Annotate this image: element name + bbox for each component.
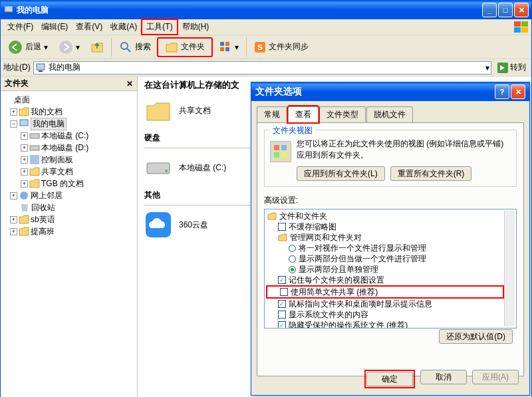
folder-icon: [267, 211, 277, 221]
svg-rect-19: [20, 120, 28, 126]
collapse-icon[interactable]: −: [10, 120, 17, 128]
svg-rect-11: [225, 42, 229, 46]
menubar: 文件(F) 编辑(E) 查看(V) 收藏(A) 工具(T) 帮助(H): [1, 19, 531, 35]
documents-icon: [19, 106, 29, 117]
network-icon: [19, 190, 29, 201]
checkbox[interactable]: [278, 223, 286, 231]
folders-label: 文件夹: [181, 41, 205, 53]
up-folder-icon: [90, 41, 104, 54]
go-button[interactable]: 转到: [494, 62, 529, 74]
expand-icon[interactable]: +: [10, 228, 17, 235]
folder-icon: [19, 226, 29, 237]
ok-button[interactable]: 确定: [366, 372, 413, 386]
view-description: 您可以将正在为此文件夹使用的视图 (例如详细信息或平铺) 应用到所有文件夹。: [297, 138, 511, 161]
tab-filetypes[interactable]: 文件类型: [319, 106, 366, 122]
menu-fav[interactable]: 收藏(A): [106, 20, 141, 34]
up-button[interactable]: [86, 37, 108, 57]
radio[interactable]: [289, 245, 296, 252]
tab-offline[interactable]: 脱机文件: [366, 106, 413, 122]
svg-point-23: [20, 192, 28, 199]
folder-open-icon: [165, 41, 178, 54]
svg-rect-29: [281, 145, 287, 150]
chevron-down-icon: ▾: [76, 43, 80, 52]
drive-icon: [29, 130, 40, 141]
scrollbar[interactable]: [504, 211, 515, 327]
svg-point-8: [121, 43, 128, 49]
item-label: 本地磁盘 (C:): [179, 162, 226, 174]
svg-line-9: [127, 49, 130, 52]
tab-view[interactable]: 查看: [288, 106, 319, 122]
menu-edit[interactable]: 编辑(E): [37, 20, 72, 34]
svg-rect-13: [225, 47, 229, 51]
menu-tools[interactable]: 工具(T): [141, 19, 178, 35]
sync-button[interactable]: S 文件夹同步: [249, 37, 313, 57]
close-button[interactable]: ✕: [511, 84, 525, 99]
menu-view[interactable]: 查看(V): [72, 20, 106, 34]
checkbox[interactable]: ✓: [278, 276, 286, 284]
chevron-down-icon: ▾: [235, 43, 239, 52]
checkbox[interactable]: ✓: [278, 321, 286, 329]
cloud-icon: [144, 211, 172, 239]
close-panel-button[interactable]: ✕: [126, 79, 133, 88]
svg-point-25: [165, 170, 168, 172]
search-icon: [119, 41, 132, 54]
address-label: 地址(D): [3, 62, 31, 73]
svg-rect-4: [514, 27, 521, 33]
svg-rect-16: [37, 64, 45, 70]
chevron-down-icon[interactable]: ▾: [485, 63, 489, 72]
sync-label: 文件夹同步: [269, 41, 309, 53]
titlebar[interactable]: 我的电脑 _ □ ✕: [1, 1, 531, 19]
radio[interactable]: [289, 266, 296, 273]
apply-button[interactable]: 应用(A): [472, 370, 519, 384]
checkbox[interactable]: [278, 311, 286, 319]
folder-icon: [29, 178, 40, 189]
menu-file[interactable]: 文件(F): [3, 20, 37, 34]
views-button[interactable]: ▾: [214, 37, 243, 57]
computer-icon: [19, 118, 29, 129]
restore-defaults-button[interactable]: 还原为默认值(D): [439, 329, 513, 344]
chevron-down-icon: ▾: [44, 43, 48, 52]
views-icon: [219, 41, 232, 54]
svg-rect-1: [7, 13, 11, 14]
minimize-button[interactable]: _: [482, 3, 497, 17]
advanced-settings-tree[interactable]: 文件和文件夹 不缓存缩略图 管理网页和文件夹对 将一对视作一个文件进行显示和管理…: [264, 209, 517, 329]
close-button[interactable]: ✕: [514, 3, 529, 17]
menu-help[interactable]: 帮助(H): [178, 20, 213, 34]
svg-rect-21: [30, 146, 39, 150]
expand-icon[interactable]: +: [21, 144, 28, 152]
search-toolbar-button[interactable]: 搜索: [114, 37, 156, 57]
checkbox-simple-share[interactable]: [280, 288, 288, 296]
expand-icon[interactable]: +: [10, 216, 17, 223]
tab-general[interactable]: 常规: [257, 106, 287, 122]
back-label: 后退: [25, 41, 41, 53]
address-bar: 地址(D) ▾ 转到: [1, 59, 531, 76]
expand-icon[interactable]: +: [10, 192, 17, 199]
forward-button[interactable]: ▾: [54, 37, 84, 57]
address-input[interactable]: [49, 63, 483, 72]
go-label: 转到: [510, 62, 526, 73]
tab-panel-view: 文件夹视图 您可以将正在为此文件夹使用的视图 (例如详细信息或平铺) 应用到所有…: [257, 122, 524, 376]
reset-all-button[interactable]: 重置所有文件夹(R): [390, 166, 472, 181]
group-title: 文件夹视图: [270, 125, 315, 136]
windows-flag-icon: [514, 21, 529, 33]
maximize-button[interactable]: □: [498, 3, 513, 17]
recycle-bin-icon: [19, 202, 30, 213]
expand-icon[interactable]: +: [21, 180, 28, 188]
expand-icon[interactable]: +: [21, 168, 28, 176]
svg-rect-28: [274, 145, 279, 150]
checkbox[interactable]: ✓: [278, 300, 286, 308]
cancel-button[interactable]: 取消: [420, 370, 467, 384]
expand-icon[interactable]: +: [10, 108, 17, 116]
expand-icon[interactable]: +: [21, 132, 28, 140]
apply-to-all-button[interactable]: 应用到所有文件夹(L): [297, 166, 385, 181]
help-button[interactable]: ?: [495, 84, 509, 99]
radio[interactable]: [289, 255, 296, 263]
dialog-titlebar[interactable]: 文件夹选项 ? ✕: [251, 82, 529, 101]
expand-icon[interactable]: +: [21, 156, 28, 164]
folders-toolbar-button[interactable]: 文件夹: [157, 37, 213, 57]
back-button[interactable]: 后退 ▾: [3, 37, 53, 57]
computer-icon: [3, 5, 14, 15]
address-box[interactable]: ▾: [33, 61, 491, 74]
folder-tree[interactable]: 桌面 +我的文档 −我的电脑 +本地磁盘 (C:) +本地磁盘 (D:) +控制…: [1, 91, 137, 397]
svg-rect-0: [5, 6, 13, 12]
